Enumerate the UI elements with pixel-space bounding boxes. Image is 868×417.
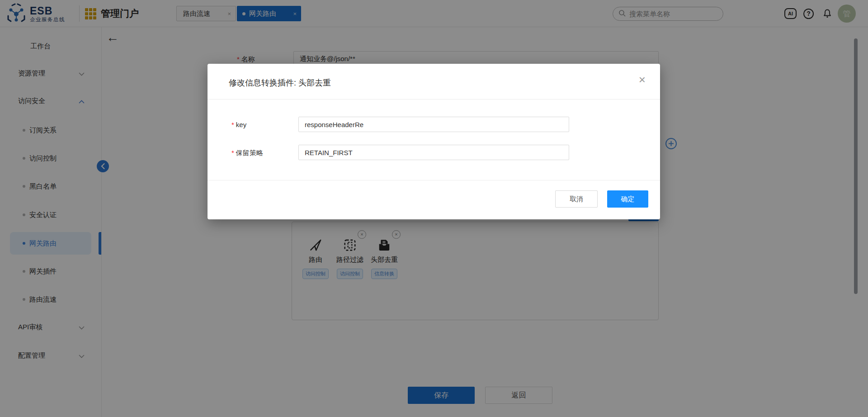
confirm-button[interactable]: 确定 (607, 190, 648, 208)
required-mark: * (231, 121, 234, 128)
modal-footer-divider (208, 180, 660, 180)
retain-policy-input[interactable] (298, 145, 569, 160)
edit-plugin-modal: 修改信息转换插件: 头部去重 × *key *保留策略 取消 确定 (208, 64, 660, 219)
retain-policy-field-label: *保留策略 (231, 149, 263, 157)
esb-portal-page: ESB 企业服务总线 管理门户 路由流速 × 网关路由 × (0, 0, 868, 417)
cancel-button[interactable]: 取消 (555, 190, 598, 208)
close-icon[interactable]: × (639, 74, 646, 85)
modal-title: 修改信息转换插件: 头部去重 (229, 77, 331, 88)
required-mark: * (231, 149, 234, 156)
key-field-label: *key (231, 121, 246, 128)
key-input[interactable] (298, 117, 569, 132)
modal-header-divider (208, 99, 660, 100)
